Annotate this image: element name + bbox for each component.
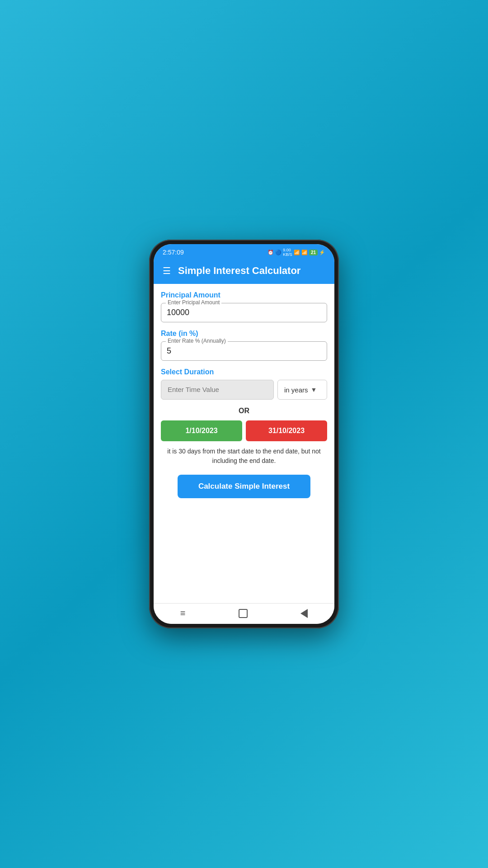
phone-frame: 2:57:09 ⏰ 🔵 9.00KB/S 📶 📶 21 ⚡ ☰ Simple I…	[149, 240, 339, 628]
nav-home-icon[interactable]	[239, 609, 248, 618]
principal-float-label: Enter Pricipal Amount	[166, 299, 221, 306]
duration-dropdown[interactable]: in years ▼	[277, 380, 327, 400]
calculate-button[interactable]: Calculate Simple Interest	[178, 475, 310, 498]
principal-label: Principal Amount	[161, 291, 327, 299]
battery-badge: 21	[309, 250, 318, 255]
time-input[interactable]	[168, 386, 267, 393]
status-time: 2:57:09	[163, 249, 184, 256]
nav-menu-icon[interactable]: ≡	[180, 608, 186, 618]
bottom-nav: ≡	[154, 603, 334, 624]
data-speed: 9.00KB/S	[283, 248, 292, 257]
duration-label: Select Duration	[161, 368, 327, 376]
signal-icon: 📶	[301, 250, 308, 255]
principal-input-container: Enter Pricipal Amount	[161, 303, 327, 322]
end-date-button[interactable]: 31/10/2023	[246, 420, 327, 441]
dropdown-text: in years	[284, 386, 308, 394]
app-title: Simple Interest Calculator	[178, 265, 300, 277]
start-date-button[interactable]: 1/10/2023	[161, 420, 242, 441]
rate-input-container: Enter Rate % (Annually)	[161, 341, 327, 361]
content-area: Principal Amount Enter Pricipal Amount R…	[154, 284, 334, 603]
wifi-icon: 📶	[294, 250, 300, 255]
bluetooth-icon: 🔵	[275, 250, 282, 255]
principal-input[interactable]	[167, 308, 321, 317]
charging-icon: ⚡	[319, 250, 325, 255]
duration-row: in years ▼	[161, 380, 327, 400]
menu-icon[interactable]: ☰	[163, 266, 171, 275]
status-bar: 2:57:09 ⏰ 🔵 9.00KB/S 📶 📶 21 ⚡	[154, 244, 334, 259]
chevron-down-icon: ▼	[311, 386, 317, 393]
rate-float-label: Enter Rate % (Annually)	[166, 338, 228, 344]
rate-label: Rate (in %)	[161, 330, 327, 338]
phone-screen: 2:57:09 ⏰ 🔵 9.00KB/S 📶 📶 21 ⚡ ☰ Simple I…	[154, 244, 334, 624]
time-input-container	[161, 380, 274, 400]
nav-back-icon[interactable]	[300, 609, 308, 618]
status-icons: ⏰ 🔵 9.00KB/S 📶 📶 21 ⚡	[267, 248, 325, 257]
date-info: it is 30 days from the start date to the…	[161, 447, 327, 466]
or-divider: OR	[161, 407, 327, 415]
alarm-icon: ⏰	[267, 250, 274, 255]
rate-input[interactable]	[167, 346, 321, 356]
date-row: 1/10/2023 31/10/2023	[161, 420, 327, 441]
app-bar: ☰ Simple Interest Calculator	[154, 259, 334, 284]
